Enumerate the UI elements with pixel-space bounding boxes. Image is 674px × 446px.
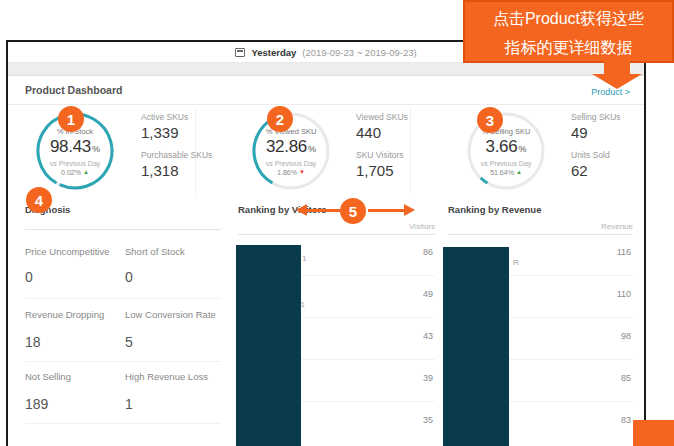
annotation-callout: 点击Product获得这些 指标的更详细数据 [463, 0, 674, 63]
revenue-value: 116 [617, 247, 631, 257]
gauge-value: 98.43 [50, 137, 91, 157]
diagnosis-value: 18 [25, 334, 41, 350]
gauge-value-row: 3.66 % [486, 137, 527, 157]
diagnosis-label: Not Selling [25, 371, 71, 382]
diagnosis-value: 0 [25, 269, 33, 285]
ranking-revenue-title: Ranking by Revenue [448, 204, 541, 215]
gauge-change: 51.64% ▲ [490, 169, 522, 176]
callout-arrow-down-icon [592, 74, 642, 89]
app-window-frame: Yesterday (2019-09-23 ~ 2019-09-23) Prod… [6, 40, 646, 446]
calendar-icon [235, 48, 245, 57]
vs-previous-day-label: vs Previous Day [50, 160, 101, 167]
stat-value: 62 [571, 162, 663, 179]
percent-sign: % [518, 144, 526, 154]
vs-previous-day-label: vs Previous Day [481, 160, 532, 167]
stat-value: 49 [571, 124, 663, 141]
annotation-corner-block [633, 420, 674, 446]
percent-sign: % [308, 144, 316, 154]
revenue-value: 83 [621, 415, 631, 425]
stat-value: 1,339 [141, 124, 233, 141]
revenue-column-header: Revenue [448, 222, 633, 231]
gauge-value-row: 32.86 % [266, 137, 316, 157]
row-divider [25, 298, 221, 299]
visitors-value: 43 [423, 331, 433, 341]
redaction-block [236, 245, 301, 446]
stat-label: Active SKUs [141, 112, 233, 122]
vs-previous-day-label: vs Previous Day [266, 160, 317, 167]
annotation-badge-2: 2 [267, 106, 293, 132]
diagnosis-label: Short of Stock [125, 246, 185, 257]
annotation-badge-1: 1 [58, 106, 84, 132]
callout-text-line1: 点击Product获得这些 [465, 4, 672, 33]
annotation-badge-4: 4 [26, 187, 52, 213]
selling-sku-stats: Selling SKUs 49 Units Sold 62 [571, 112, 663, 188]
gauge-change: 1.86% ▼ [277, 169, 305, 176]
diagnosis-value: 5 [125, 334, 133, 350]
annotation-badge-5: 5 [340, 198, 366, 224]
visitors-value: 39 [423, 373, 433, 383]
callout-text-line2: 指标的更详细数据 [465, 33, 672, 62]
redacted-text-fragment: R [513, 258, 519, 267]
date-range-text: (2019-09-23 ~ 2019-09-23) [302, 47, 416, 58]
stat-label: Purchasable SKUs [141, 150, 233, 160]
date-preset-label: Yesterday [251, 47, 296, 58]
arrow-left-icon [296, 204, 307, 216]
redaction-block [443, 247, 509, 446]
revenue-value: 98 [621, 331, 631, 341]
row-divider [25, 361, 221, 362]
screenshot-root: Yesterday (2019-09-23 ~ 2019-09-23) Prod… [0, 0, 674, 446]
arrow-right-line [368, 209, 404, 212]
stat-label: Units Sold [571, 150, 663, 160]
percent-sign: % [92, 144, 100, 154]
diagnosis-label: Low Conversion Rate [125, 309, 216, 320]
stat-value: 1,705 [356, 162, 448, 179]
trend-up-icon: ▲ [83, 169, 89, 175]
in-stock-stats: Active SKUs 1,339 Purchasable SKUs 1,318 [141, 112, 233, 188]
diagnosis-label: Price Uncompetitive [25, 246, 109, 257]
change-value: 51.64% [490, 169, 514, 176]
stat-label: Viewed SKUs [356, 112, 448, 122]
diagnosis-value: 1 [125, 396, 133, 412]
visitors-value: 86 [423, 247, 433, 257]
gauge-value: 3.66 [486, 137, 518, 157]
revenue-value: 110 [617, 289, 631, 299]
callout-arrow-shaft [604, 61, 630, 75]
visitors-value: 35 [423, 415, 433, 425]
change-value: 1.86% [277, 169, 297, 176]
section-divider [25, 229, 221, 230]
stat-label: Selling SKUs [571, 112, 663, 122]
stat-value: 440 [356, 124, 448, 141]
stat-label: SKU Visitors [356, 150, 448, 160]
diagnosis-value: 0 [125, 269, 133, 285]
arrow-right-icon [404, 204, 415, 216]
annotation-badge-3: 3 [477, 107, 503, 133]
header-divider [8, 104, 644, 105]
visitors-column-header: Visitors [238, 222, 435, 231]
stat-value: 1,318 [141, 162, 233, 179]
arrow-left-line [307, 209, 340, 212]
visitors-value: 49 [423, 289, 433, 299]
diagnosis-label: High Revenue Loss [125, 371, 208, 382]
diagnosis-label: Revenue Dropping [25, 309, 104, 320]
product-dashboard-panel: Product Dashboard Product > % In-Stock 9… [8, 75, 644, 446]
diagnosis-value: 189 [25, 396, 48, 412]
gauge-value: 32.86 [266, 137, 307, 157]
gauge-value-row: 98.43 % [50, 137, 100, 157]
gauge-change: 0.02% ▲ [61, 169, 89, 176]
row-divider [25, 423, 221, 424]
trend-up-icon: ▲ [516, 169, 522, 175]
redacted-text-fragment: 1 [302, 254, 306, 263]
change-value: 0.02% [61, 169, 81, 176]
viewed-sku-stats: Viewed SKUs 440 SKU Visitors 1,705 [356, 112, 448, 188]
page-title: Product Dashboard [25, 84, 122, 96]
revenue-value: 85 [621, 373, 631, 383]
trend-down-icon: ▼ [299, 169, 305, 175]
